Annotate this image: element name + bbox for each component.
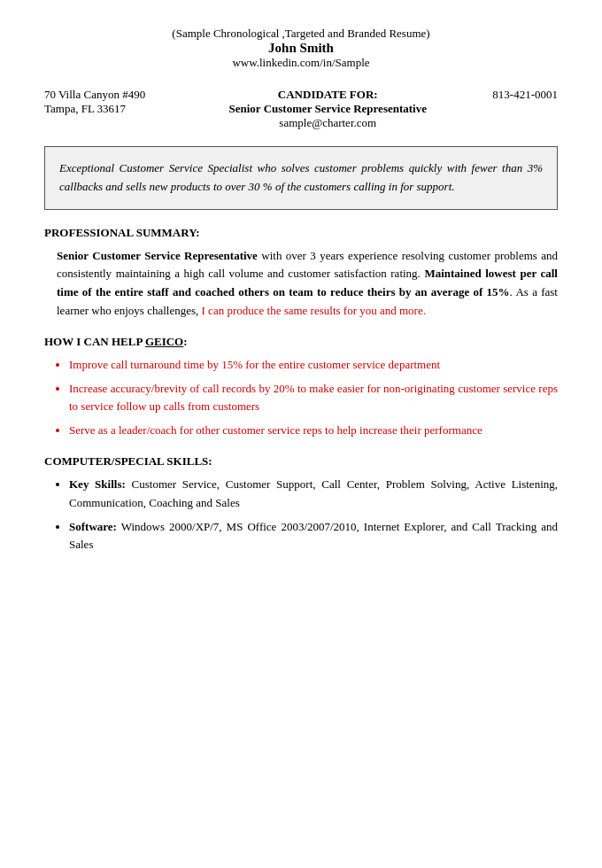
list-item: Serve as a leader/coach for other custom… bbox=[69, 422, 558, 440]
summary-red-text: I can produce the same results for you a… bbox=[202, 304, 426, 317]
how-i-can-help-colon: : bbox=[183, 335, 187, 348]
list-item: Improve call turnaround time by 15% for … bbox=[69, 356, 558, 375]
how-i-can-help-list: Improve call turnaround time by 15% for … bbox=[44, 356, 558, 440]
professional-summary-section: PROFESSIONAL SUMMARY: Senior Customer Se… bbox=[44, 226, 558, 321]
address-line2: Tampa, FL 33617 bbox=[44, 102, 145, 116]
list-item: Software: Windows 2000/XP/7, MS Office 2… bbox=[69, 518, 558, 555]
header-name: John Smith bbox=[44, 41, 558, 56]
how-i-can-help-heading: HOW I CAN HELP GEICO: bbox=[44, 335, 558, 349]
contact-left: 70 Villa Canyon #490 Tampa, FL 33617 bbox=[44, 88, 145, 116]
professional-summary-heading: PROFESSIONAL SUMMARY: bbox=[44, 226, 558, 240]
how-i-can-help-label: HOW I CAN HELP bbox=[44, 335, 145, 348]
computer-skills-section: COMPUTER/SPECIAL SKILLS: Key Skills: Cus… bbox=[44, 454, 558, 554]
contact-center: CANDIDATE FOR: Senior Customer Service R… bbox=[145, 88, 492, 130]
bullet-3-text: Serve as a leader/coach for other custom… bbox=[69, 423, 482, 437]
candidate-label: CANDIDATE FOR: bbox=[163, 88, 492, 102]
candidate-title: Senior Customer Service Representative bbox=[163, 102, 492, 116]
header-linkedin: www.linkedin.com/in/Sample bbox=[44, 56, 558, 70]
header-subtitle: (Sample Chronological ,Targeted and Bran… bbox=[44, 27, 558, 41]
contact-right: 813-421-0001 bbox=[492, 88, 558, 102]
key-skills-label: Key Skills: bbox=[69, 477, 126, 491]
software-text: Windows 2000/XP/7, MS Office 2003/2007/2… bbox=[69, 520, 558, 552]
how-i-can-help-section: HOW I CAN HELP GEICO: Improve call turna… bbox=[44, 335, 558, 440]
professional-summary-body: Senior Customer Service Representative w… bbox=[57, 247, 558, 321]
list-item: Increase accuracy/brevity of call record… bbox=[69, 380, 558, 417]
list-item: Key Skills: Customer Service, Customer S… bbox=[69, 476, 558, 513]
key-skills-text: Customer Service, Customer Support, Call… bbox=[69, 477, 558, 509]
summary-box-text: Exceptional Customer Service Specialist … bbox=[59, 161, 543, 193]
contact-email: sample@charter.com bbox=[163, 116, 492, 130]
summary-box: Exceptional Customer Service Specialist … bbox=[44, 146, 558, 210]
contact-phone: 813-421-0001 bbox=[492, 88, 558, 102]
bullet-2-text: Increase accuracy/brevity of call record… bbox=[69, 382, 558, 414]
software-label: Software: bbox=[69, 520, 117, 533]
bullet-1-text: Improve call turnaround time by 15% for … bbox=[69, 358, 440, 371]
computer-skills-list: Key Skills: Customer Service, Customer S… bbox=[44, 476, 558, 554]
header-section: (Sample Chronological ,Targeted and Bran… bbox=[44, 27, 558, 70]
contact-section: 70 Villa Canyon #490 Tampa, FL 33617 CAN… bbox=[44, 88, 558, 130]
computer-skills-heading: COMPUTER/SPECIAL SKILLS: bbox=[44, 454, 558, 469]
summary-bold-title: Senior Customer Service Representative bbox=[57, 249, 258, 262]
address-line1: 70 Villa Canyon #490 bbox=[44, 88, 145, 102]
company-name: GEICO bbox=[145, 335, 183, 348]
